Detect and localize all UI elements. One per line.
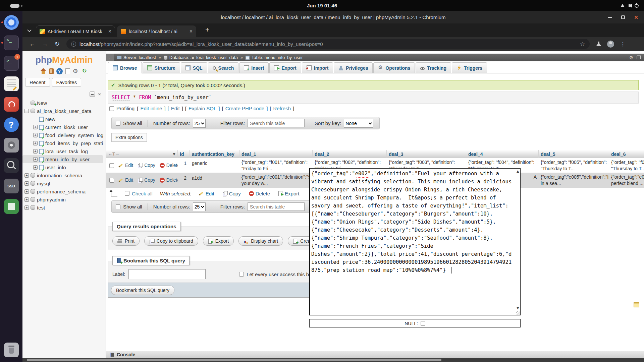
dock-item-help[interactable] <box>3 117 19 133</box>
sidebar-tab-recent[interactable]: Recent <box>25 78 50 87</box>
open-new-window-icon[interactable] <box>634 302 639 307</box>
tab-triggers[interactable]: Triggers <box>452 62 487 73</box>
log-out-icon[interactable] <box>49 68 54 74</box>
back-icon[interactable]: ← <box>29 41 35 48</box>
tree-item-mysql[interactable]: +mysql <box>22 179 103 187</box>
new-tab-button[interactable]: + <box>205 26 209 33</box>
check-all-label[interactable]: Check all <box>132 191 153 196</box>
row-edit-link[interactable]: Edit <box>118 177 133 183</box>
row-checkbox[interactable] <box>109 178 114 183</box>
sidebar-tab-favorites[interactable]: Favorites <box>52 78 82 87</box>
tree-item-current-kiosk-user[interactable]: +current_kiosk_user <box>22 123 103 131</box>
tree-item-phpmyadmin[interactable]: +phpmyadmin <box>22 195 103 203</box>
tab-insert[interactable]: Insert <box>239 62 269 73</box>
column-header-deal-3[interactable]: deal_3 <box>387 150 466 158</box>
tab-close-icon[interactable]: × <box>190 28 193 35</box>
url-text[interactable]: localhost/phpmyadmin/index.php?route=/sq… <box>79 41 577 47</box>
column-header-id[interactable]: id <box>178 150 190 158</box>
tab-sql[interactable]: SQL <box>181 62 207 73</box>
filter-rows-input-2[interactable] <box>248 202 305 211</box>
reload-icon[interactable]: ↻ <box>55 40 60 48</box>
with-selected-delete[interactable]: Delete <box>249 191 270 196</box>
home-icon[interactable] <box>40 68 47 74</box>
tree-item-new[interactable]: New <box>22 115 103 123</box>
export-button[interactable]: Export <box>203 236 234 246</box>
url-address-bar[interactable]: localhost/phpmyadmin/index.php?route=/sq… <box>66 39 590 49</box>
bookmark-label-input[interactable] <box>128 269 206 279</box>
tab-import[interactable]: Import <box>302 62 333 73</box>
dock-item-search-tool[interactable] <box>3 158 19 174</box>
profiling-link-create-php-code[interactable]: Create PHP code <box>225 106 264 111</box>
plus-expander-icon[interactable]: + <box>33 165 38 170</box>
with-selected-edit[interactable]: Edit <box>199 191 214 196</box>
dock-item-terminal-window[interactable]: 1 <box>3 55 19 71</box>
close-button[interactable]: × <box>634 14 638 20</box>
profiling-link-explain-sql[interactable]: Explain SQL <box>189 106 216 111</box>
expand-window-icon[interactable] <box>637 56 641 59</box>
tab-browse[interactable]: Browse <box>108 62 142 73</box>
plus-expander-icon[interactable]: + <box>24 205 29 210</box>
dock-item-chromium-browser[interactable] <box>3 14 19 31</box>
scroll-up-icon[interactable]: ▲ <box>517 169 519 174</box>
display-chart-button[interactable]: Display chart <box>238 236 283 246</box>
profiling-link-refresh[interactable]: Refresh <box>273 106 291 111</box>
system-clock[interactable]: Jun 19 01:46 <box>0 0 644 11</box>
null-checkbox[interactable] <box>421 321 425 326</box>
dock-item-terminal[interactable] <box>3 35 19 51</box>
filter-rows-input-1[interactable] <box>248 119 305 127</box>
tab-search[interactable]: Search <box>208 62 239 73</box>
tree-item-food-items-by-prep-station[interactable]: +food_items_by_prep_station <box>22 139 103 147</box>
browser-tab-2[interactable]: localhost / localhost / ai_× <box>117 25 196 37</box>
profiling-link-edit[interactable]: Edit <box>171 106 180 111</box>
refresh-icon[interactable] <box>82 68 88 74</box>
copy-to-clipboard-button[interactable]: Copy to clipboard <box>144 236 198 246</box>
row-delete-link[interactable]: Delete <box>160 162 178 169</box>
column-header-deal-4[interactable]: deal_4 <box>466 150 539 158</box>
tab-structure[interactable]: Structure <box>143 62 180 73</box>
column-header-deal-2[interactable]: deal_2 <box>313 150 387 158</box>
plus-expander-icon[interactable]: + <box>33 157 38 162</box>
check-all-checkbox[interactable] <box>125 191 129 196</box>
minimize-button[interactable] <box>608 17 612 18</box>
plus-expander-icon[interactable]: + <box>33 141 38 145</box>
tree-item-ai-lora-kiosk-user-data[interactable]: −ai_lora_kiosk_user_data <box>22 107 103 115</box>
plus-expander-icon[interactable]: + <box>24 197 29 202</box>
row-edit-link[interactable]: Edit <box>118 162 133 169</box>
tab-search-chevron-icon[interactable] <box>27 28 32 32</box>
tab-privileges[interactable]: Privileges <box>334 62 373 73</box>
scrollbar-thumb[interactable] <box>27 359 441 361</box>
tree-item-new[interactable]: New <box>22 99 103 107</box>
minus-expander-icon[interactable]: − <box>24 109 29 113</box>
tree-item-information-schema[interactable]: +information_schema <box>22 171 103 179</box>
row-checkbox[interactable] <box>109 163 114 168</box>
row-delete-link[interactable]: Delete <box>160 177 178 183</box>
resize-grip-icon[interactable] <box>516 311 520 315</box>
settings-icon[interactable] <box>73 68 79 74</box>
column-nav-arrows-icon[interactable]: ←T→ <box>108 152 119 157</box>
help-icon[interactable] <box>56 68 63 74</box>
plus-expander-icon[interactable]: + <box>24 181 29 186</box>
forward-icon[interactable]: → <box>42 41 48 48</box>
breadcrumb-database[interactable]: Database: ai_lora_kiosk_user_data <box>164 55 238 60</box>
dock-item-software-app[interactable] <box>3 96 19 112</box>
page-settings-gear-icon[interactable]: ⚙ <box>629 55 633 60</box>
collapse-all-icon[interactable] <box>90 92 95 97</box>
tree-item-performance-schema[interactable]: +performance_schema <box>22 187 103 195</box>
sql-keyword-select[interactable]: SELECT <box>112 95 130 101</box>
site-info-icon[interactable] <box>71 42 76 47</box>
tab-operations[interactable]: Operations <box>373 62 415 73</box>
dock-item-text-editor[interactable] <box>3 76 19 92</box>
profiling-link-edit-inline[interactable]: Edit inline <box>140 106 162 111</box>
link-databases-icon[interactable]: ∞ <box>98 92 102 97</box>
row-copy-link[interactable]: Copy <box>138 177 155 183</box>
tree-item-food-delivery-system-log[interactable]: +food_delivery_system_log <box>22 131 103 139</box>
breadcrumb-server[interactable]: Server: localhost <box>117 55 156 60</box>
browser-tab-1[interactable]: AI-driven LoRa/LLM Kiosk× <box>36 25 115 37</box>
extra-options-toggle[interactable]: Extra options <box>111 133 147 142</box>
documentation-icon[interactable] <box>65 68 70 74</box>
plus-expander-icon[interactable]: + <box>33 125 38 129</box>
number-of-rows-select-2[interactable]: 25 <box>193 202 206 211</box>
show-all-checkbox-1[interactable] <box>116 121 120 126</box>
plus-expander-icon[interactable]: + <box>24 189 29 194</box>
browser-menu-icon[interactable]: ⋮ <box>620 41 626 47</box>
